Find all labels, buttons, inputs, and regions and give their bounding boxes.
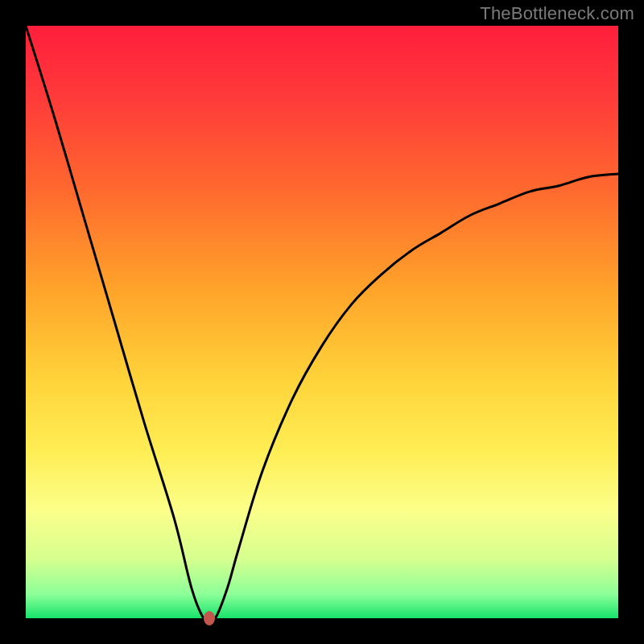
watermark-text: TheBottleneck.com xyxy=(480,3,634,24)
bottleneck-curve xyxy=(26,26,618,618)
optimum-marker xyxy=(204,611,215,625)
plot-area xyxy=(26,26,618,618)
curve-path xyxy=(26,26,618,618)
chart-frame: TheBottleneck.com xyxy=(0,0,644,644)
